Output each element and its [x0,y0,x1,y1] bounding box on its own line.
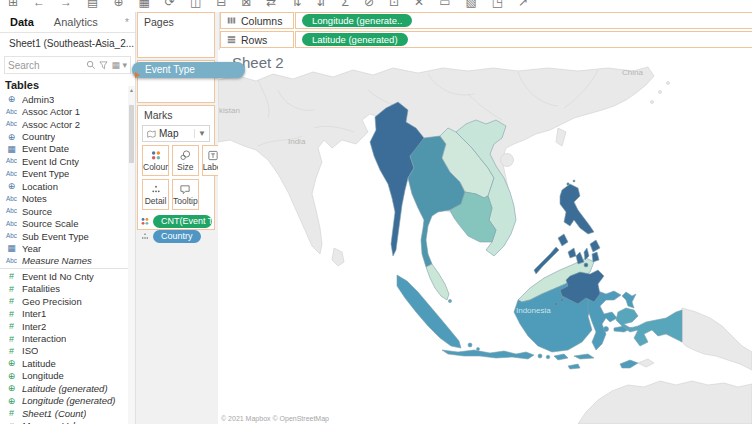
field-measure-values[interactable]: #Measure Values [4,419,135,424]
new-dashboard-icon[interactable]: ◫ [190,0,201,9]
columns-shelf[interactable]: Longitude (generate.. [295,12,752,29]
field-interaction[interactable]: #Interaction [4,332,135,344]
abc-field-icon: Abc [4,230,19,242]
philippines-bohol[interactable] [584,263,588,267]
detail-button-label: Detail [145,196,167,206]
map-label-india: India [288,137,306,146]
rows-shelf-label: Rows [220,31,294,48]
num-field-icon: # [4,270,19,282]
pill-country[interactable]: Country [153,230,201,243]
field-event-type[interactable]: AbcEvent Type [4,168,135,180]
num-field-icon: # [4,407,19,419]
share-icon[interactable]: ↗ [518,0,528,9]
colour-button[interactable]: Colour [142,145,169,176]
land-hainan [501,154,514,167]
search-input[interactable]: Search ▦ ▾ [4,56,131,74]
tab-data[interactable]: Data [0,14,44,30]
filter-icon[interactable] [99,61,108,70]
field-label: Location [22,181,58,192]
country-singapore[interactable] [448,299,451,302]
show-cards-icon[interactable]: ▧ [465,0,476,9]
field-assoc-actor-1[interactable]: AbcAssoc Actor 1 [4,105,135,117]
field-label: Assoc Actor 2 [22,119,80,130]
field-year[interactable]: ▦Year [4,242,135,254]
field-admin3[interactable]: ⊕Admin3 [4,93,135,105]
pin-icon[interactable]: * [119,17,135,28]
tab-analytics[interactable]: Analytics [44,14,108,30]
abc-field-icon: Abc [4,118,19,130]
search-icon[interactable] [86,60,96,70]
scrollbar-thumb[interactable] [129,105,134,163]
pages-shelf[interactable]: Pages [137,12,215,58]
indonesia-buru[interactable] [604,327,609,332]
tableau-logo-icon[interactable]: ⊞ [8,0,18,9]
field-latitude-generated[interactable]: ⊕Latitude (generated) [4,382,135,394]
tooltip-button[interactable]: Tooltip [172,179,199,210]
undo-icon[interactable]: ← [33,0,45,9]
totals-icon[interactable]: Σ [342,0,349,9]
mark-type-dropdown[interactable]: Map ▼ [142,125,210,142]
field-fatalities[interactable]: #Fatalities [4,283,135,295]
dimension-list: ⊕Admin3AbcAssoc Actor 1AbcAssoc Actor 2⊕… [0,93,135,267]
field-event-id-cnty[interactable]: AbcEvent Id Cnty [4,155,135,167]
view-options-icon[interactable]: ▦ ▾ [111,60,127,70]
field-sheet1-count[interactable]: #Sheet1 (Count) [4,407,135,419]
field-location[interactable]: ⊕Location [4,180,135,192]
map-view[interactable]: China kistan India Indonesia [218,50,752,424]
pill-latitude-generated[interactable]: Latitude (generated) [302,33,408,46]
highlight-icon[interactable]: ⊘ [364,0,374,9]
size-button[interactable]: Size [172,145,199,176]
save-icon[interactable]: ▤ [87,0,98,9]
rows-shelf[interactable]: Latitude (generated) [295,31,752,48]
pill-longitude-generated[interactable]: Longitude (generate.. [302,14,412,27]
marks-pill-row: Country [138,229,214,244]
presentation-mode-icon[interactable]: ◳ [492,0,503,9]
field-event-date[interactable]: ▦Event Date [4,143,135,155]
field-event-id-no-cnty[interactable]: #Event Id No Cnty [4,270,135,282]
fields-scrollbar[interactable]: ▲ [128,86,135,424]
field-country[interactable]: ⊕Country [4,130,135,142]
swap-rows-columns-icon[interactable]: ⇄ [266,0,276,9]
filter-pill-event-type[interactable]: Event Type [132,62,245,78]
field-geo-precision[interactable]: #Geo Precision [4,295,135,307]
rows-icon [227,35,236,44]
refresh-icon[interactable]: ⟳ [165,0,175,9]
field-measure-names[interactable]: AbcMeasure Names [4,255,135,267]
add-datasource-icon[interactable]: ⊕ [113,0,123,9]
sort-descending-icon[interactable]: ⇵ [316,0,326,9]
fix-axes-icon[interactable]: ✕ [414,0,424,9]
pill-cnt-event-type[interactable]: CNT(Event Typ.. [153,215,212,228]
field-label: Event Id Cnty [22,156,79,167]
redo-icon[interactable]: → [60,0,72,9]
marks-buttons: Colour Size Label [142,145,210,210]
map-label-china: China [622,68,643,77]
map-attribution: © 2021 Mapbox © OpenStreetMap [221,415,329,422]
detail-button[interactable]: Detail [142,179,169,210]
duplicate-icon[interactable]: ⊟ [216,0,226,9]
field-source[interactable]: AbcSource [4,205,135,217]
clear-sheet-icon[interactable]: ⊠ [241,0,251,9]
field-sub-event-type[interactable]: AbcSub Event Type [4,230,135,242]
scroll-up-icon[interactable]: ▲ [128,86,135,95]
field-label: Notes [22,193,47,204]
field-label: Latitude (generated) [22,383,108,394]
field-latitude[interactable]: ⊕Latitude [4,357,135,369]
field-source-scale[interactable]: AbcSource Scale [4,217,135,229]
sort-ascending-icon[interactable]: ⇅ [291,0,301,9]
indonesia-lombok[interactable] [546,355,550,359]
new-worksheet-icon[interactable]: ▦ [138,0,149,9]
field-longitude-generated[interactable]: ⊕Longitude (generated) [4,395,135,407]
field-longitude[interactable]: ⊕Longitude [4,370,135,382]
field-iso[interactable]: #ISO [4,345,135,357]
field-inter1[interactable]: #Inter1 [4,307,135,319]
indonesia-bali[interactable] [538,354,542,358]
abc-field-icon: Abc [4,218,19,230]
mark-type-value: Map [159,128,178,139]
field-assoc-actor-2[interactable]: AbcAssoc Actor 2 [4,118,135,130]
show-mark-labels-icon[interactable]: ⊡ [389,0,399,9]
field-notes[interactable]: AbcNotes [4,193,135,205]
field-inter2[interactable]: #Inter2 [4,320,135,332]
fit-selector-icon[interactable]: ▭ [439,0,450,9]
map-label-indonesia: Indonesia [516,306,551,315]
datasource-row[interactable]: Sheet1 (Southeast-Asia_2... [0,33,135,53]
